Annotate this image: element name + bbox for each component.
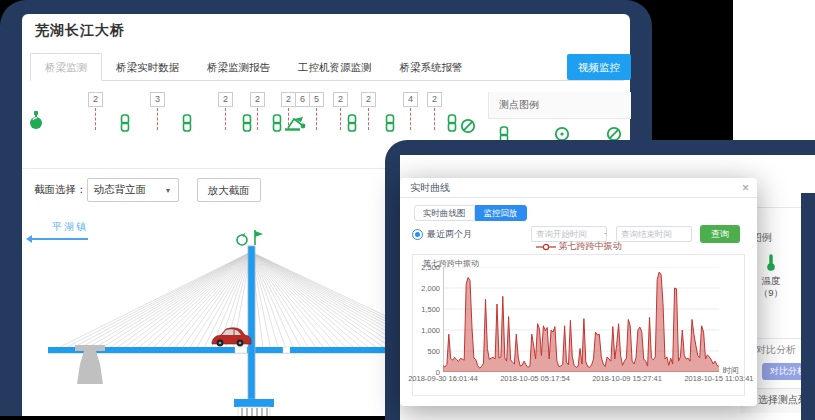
sensor-count-badge[interactable]: 2 <box>250 92 265 107</box>
sensor-dash-line <box>225 108 226 130</box>
section-bar: 截面选择： 动态背立面 ▼ 放大截面 <box>34 178 261 202</box>
chain-link-sensor-icon[interactable] <box>182 114 192 136</box>
range-separator: - <box>604 228 607 238</box>
sensor-dash-line <box>257 108 258 130</box>
sensor-dash-line <box>316 108 317 130</box>
legend-label: 第七跨跨中振动 <box>559 241 622 251</box>
tab-桥梁实时数据[interactable]: 桥梁实时数据 <box>102 54 193 80</box>
sensor-dash-line <box>340 108 341 130</box>
chart-container: 第七跨跨中振动 时间 2,5002,0001,5001,00050002018-… <box>412 254 745 396</box>
x-tick-label: 2018-10-09 15:27:41 <box>592 374 662 383</box>
chain-link-sensor-icon[interactable] <box>385 114 395 136</box>
legend-marker-icon <box>536 243 556 251</box>
left-pier <box>75 345 105 384</box>
chart-legend[interactable]: 第七跨跨中振动 <box>400 240 757 252</box>
sensor-dash-line <box>434 108 435 130</box>
car <box>212 328 251 347</box>
modal-title: 实时曲线 <box>410 178 450 198</box>
compare-analysis-title: 对比分析 <box>756 343 796 357</box>
sensor-count-badge[interactable]: 5 <box>309 92 324 107</box>
legend-panel-header: 测点图例 <box>488 92 631 119</box>
tab-工控机资源监测[interactable]: 工控机资源监测 <box>284 54 386 80</box>
temperature-count: （9） <box>754 287 788 300</box>
modal-tabbar: 实时曲线图监控回放 <box>414 205 527 221</box>
chain-link-sensor-icon[interactable] <box>447 114 457 136</box>
background-patch <box>733 0 815 142</box>
modal-tab-监控回放[interactable]: 监控回放 <box>475 205 527 221</box>
chain-link-sensor-icon[interactable] <box>120 114 130 136</box>
main-tabbar: 桥梁监测桥梁实时数据桥梁监测报告工控机资源监测桥梁系统报警 <box>30 52 624 81</box>
sensor-dash-line <box>157 108 158 130</box>
chain-link-sensor-icon[interactable] <box>272 114 282 136</box>
sensor-dash-line <box>95 108 96 130</box>
page-title: 芜湖长江大桥 <box>35 22 125 40</box>
y-tick-label: 2,500 <box>414 263 440 272</box>
plumb-sensor-icon[interactable] <box>29 110 43 134</box>
chain-link-sensor-icon[interactable] <box>347 114 357 136</box>
tab-桥梁系统报警[interactable]: 桥梁系统报警 <box>386 54 477 80</box>
y-tick-label: 500 <box>414 347 440 356</box>
tab-桥梁监测报告[interactable]: 桥梁监测报告 <box>193 54 284 80</box>
thermometer-icon[interactable] <box>764 253 778 273</box>
modal-tab-实时曲线图[interactable]: 实时曲线图 <box>414 205 475 221</box>
close-icon[interactable]: × <box>742 181 749 195</box>
x-tick-label: 2018-10-05 05:17:54 <box>500 374 570 383</box>
sensor-count-badge[interactable]: 4 <box>403 92 418 107</box>
realtime-curve-modal: 实时曲线 × 实时曲线图监控回放 最近两个月 - 查询 第七跨跨中振动 第七跨跨… <box>400 178 757 406</box>
sensor-count-badge[interactable]: 6 <box>295 92 310 107</box>
sensor-dash-line <box>368 108 369 130</box>
modal-header: 实时曲线 × <box>400 178 757 198</box>
section-select-label: 截面选择： <box>34 183 87 197</box>
tab-桥梁监测[interactable]: 桥梁监测 <box>30 53 102 81</box>
sensor-count-badge[interactable]: 2 <box>281 92 296 107</box>
crane-sensor-icon[interactable] <box>283 114 309 136</box>
x-tick-label: 2018-10-15 11:03:41 <box>684 374 753 383</box>
sensor-count-badge[interactable]: 2 <box>218 92 233 107</box>
tower-top-sensor-icon <box>237 230 263 245</box>
legend-panel-title: 测点图例 <box>499 99 539 110</box>
sensor-count-badge[interactable]: 2 <box>361 92 376 107</box>
chart-plot[interactable] <box>443 267 719 372</box>
y-tick-label: 1,000 <box>414 326 440 335</box>
sensor-count-badge[interactable]: 2 <box>333 92 348 107</box>
chevron-down-icon: ▼ <box>165 187 172 194</box>
x-tick-label: 2018-09-30 16:01:44 <box>408 374 478 383</box>
chain-link-sensor-icon[interactable] <box>242 114 252 136</box>
y-tick-label: 2,000 <box>414 284 440 293</box>
sensor-count-badge[interactable]: 2 <box>427 92 442 107</box>
section-select-value: 动态背立面 <box>94 183 147 197</box>
sensor-count-badge[interactable]: 3 <box>150 92 165 107</box>
y-tick-label: 1,500 <box>414 305 440 314</box>
video-monitor-button[interactable]: 视频监控 <box>567 54 631 80</box>
zoom-section-button[interactable]: 放大截面 <box>197 178 261 202</box>
sensor-dash-line <box>410 108 411 130</box>
disabled-sensor-icon[interactable] <box>460 118 476 138</box>
recent-two-months-radio[interactable] <box>412 229 423 240</box>
section-select-dropdown[interactable]: 动态背立面 ▼ <box>87 178 179 202</box>
screen: 芜湖长江大桥 桥梁监测桥梁实时数据桥梁监测报告工控机资源监测桥梁系统报警 视频监… <box>0 0 815 420</box>
sensor-count-badge[interactable]: 2 <box>88 92 103 107</box>
window-edge <box>801 193 815 420</box>
